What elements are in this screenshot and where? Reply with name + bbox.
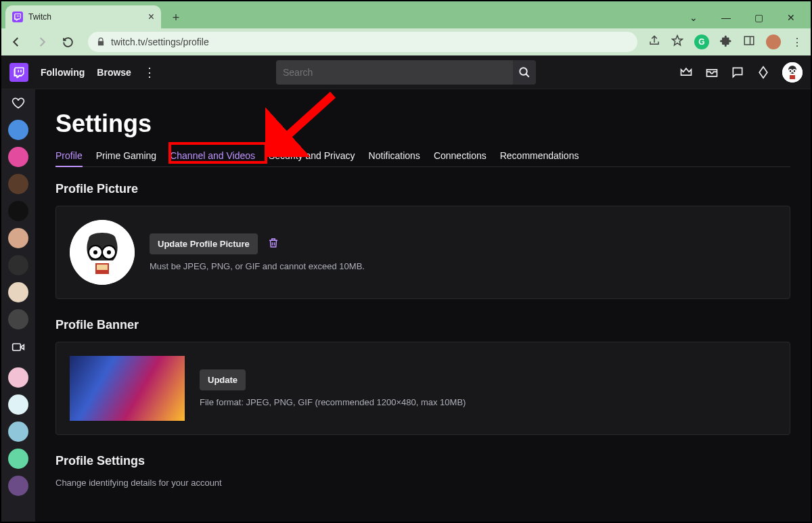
body-row: Settings Profile Prime Gaming Channel an… bbox=[1, 89, 811, 522]
new-tab-button[interactable]: + bbox=[166, 8, 185, 27]
app-root: Following Browse ⋮ bbox=[1, 55, 811, 522]
channel-avatar[interactable] bbox=[8, 282, 28, 302]
channel-avatar[interactable] bbox=[8, 476, 28, 496]
tab-prime-gaming[interactable]: Prime Gaming bbox=[96, 150, 156, 166]
minimize-icon[interactable]: — bbox=[717, 12, 735, 23]
svg-line-3 bbox=[526, 74, 529, 77]
tab-recommendations[interactable]: Recommendations bbox=[500, 150, 579, 166]
camera-icon[interactable] bbox=[12, 340, 25, 357]
svg-rect-18 bbox=[97, 265, 108, 270]
channel-avatar[interactable] bbox=[8, 174, 28, 194]
settings-tabs: Profile Prime Gaming Channel and Videos … bbox=[55, 150, 790, 167]
inbox-icon[interactable] bbox=[705, 66, 719, 79]
channel-avatar[interactable] bbox=[8, 367, 28, 388]
tab-connections[interactable]: Connections bbox=[434, 150, 487, 166]
page-title: Settings bbox=[55, 110, 790, 138]
update-profile-picture-button[interactable]: Update Profile Picture bbox=[150, 233, 258, 254]
nav-more-icon[interactable]: ⋮ bbox=[143, 65, 156, 80]
browser-address-bar: twitch.tv/settings/profile G ⋮ bbox=[1, 28, 811, 55]
main-content: Settings Profile Prime Gaming Channel an… bbox=[35, 89, 811, 522]
section-profile-settings-title: Profile Settings bbox=[55, 454, 790, 468]
chevron-down-icon[interactable]: ⌄ bbox=[685, 12, 702, 23]
grammarly-extension-icon[interactable]: G bbox=[694, 35, 709, 49]
tab-security-and-privacy[interactable]: Security and Privacy bbox=[269, 150, 355, 166]
tab-title: Twitch bbox=[28, 12, 51, 22]
browser-titlebar: Twitch × + ⌄ — ▢ ✕ bbox=[1, 1, 811, 28]
svg-point-8 bbox=[790, 70, 791, 71]
channel-avatar[interactable] bbox=[8, 147, 28, 167]
topnav-right bbox=[679, 62, 803, 83]
whispers-icon[interactable] bbox=[731, 66, 744, 79]
reload-button[interactable] bbox=[58, 32, 77, 51]
channel-avatar[interactable] bbox=[8, 449, 28, 469]
section-profile-settings-subtitle: Change identifying details for your acco… bbox=[55, 478, 790, 488]
svg-point-2 bbox=[520, 68, 527, 75]
search-input[interactable] bbox=[276, 60, 513, 85]
profile-avatar-chrome[interactable] bbox=[766, 35, 781, 49]
svg-rect-10 bbox=[790, 75, 795, 79]
delete-picture-icon[interactable] bbox=[267, 237, 279, 252]
update-banner-button[interactable]: Update bbox=[200, 369, 246, 390]
extensions-icon[interactable] bbox=[720, 35, 732, 49]
nav-following[interactable]: Following bbox=[41, 67, 85, 78]
svg-rect-11 bbox=[13, 344, 21, 350]
close-tab-icon[interactable]: × bbox=[148, 11, 154, 23]
svg-rect-0 bbox=[744, 37, 754, 45]
channel-avatar[interactable] bbox=[8, 394, 28, 415]
lock-icon bbox=[96, 37, 106, 47]
maximize-icon[interactable]: ▢ bbox=[750, 12, 767, 23]
url-text: twitch.tv/settings/profile bbox=[111, 37, 209, 47]
close-window-icon[interactable]: ✕ bbox=[782, 12, 800, 23]
window-controls: ⌄ — ▢ ✕ bbox=[685, 12, 811, 23]
chrome-menu-icon[interactable]: ⋮ bbox=[792, 36, 803, 49]
nav-browse[interactable]: Browse bbox=[97, 67, 131, 78]
channel-avatar[interactable] bbox=[8, 201, 28, 221]
back-button[interactable] bbox=[7, 32, 26, 51]
left-sidebar bbox=[1, 89, 35, 522]
profile-picture-hint: Must be JPEG, PNG, or GIF and cannot exc… bbox=[150, 261, 365, 271]
channel-avatar[interactable] bbox=[8, 422, 28, 442]
tab-notifications[interactable]: Notifications bbox=[369, 150, 420, 166]
twitch-logo[interactable] bbox=[9, 63, 28, 82]
tab-channel-and-videos[interactable]: Channel and Videos bbox=[170, 150, 255, 166]
browser-tab-active[interactable]: Twitch × bbox=[5, 5, 161, 28]
search-wrap bbox=[276, 60, 536, 85]
twitch-favicon bbox=[12, 12, 23, 22]
heart-icon[interactable] bbox=[12, 96, 25, 113]
search-button[interactable] bbox=[513, 60, 536, 85]
twitch-topnav: Following Browse ⋮ bbox=[1, 55, 811, 89]
profile-picture-card: Update Profile Picture Must be JPEG, PNG… bbox=[55, 206, 790, 299]
forward-button[interactable] bbox=[32, 32, 51, 51]
channel-avatar[interactable] bbox=[8, 228, 28, 248]
user-avatar[interactable] bbox=[782, 62, 803, 83]
channel-avatar[interactable] bbox=[8, 255, 28, 275]
side-panel-icon[interactable] bbox=[743, 35, 755, 49]
svg-point-15 bbox=[93, 250, 97, 254]
section-profile-banner-title: Profile Banner bbox=[55, 318, 790, 332]
section-profile-picture-title: Profile Picture bbox=[55, 182, 790, 196]
browser-toolbar-right: G ⋮ bbox=[648, 35, 805, 49]
url-box[interactable]: twitch.tv/settings/profile bbox=[88, 32, 637, 52]
profile-banner-card: Update File format: JPEG, PNG, GIF (reco… bbox=[55, 342, 790, 435]
share-icon[interactable] bbox=[648, 35, 660, 49]
banner-preview bbox=[70, 356, 185, 421]
crown-icon[interactable] bbox=[679, 66, 693, 79]
tab-profile[interactable]: Profile bbox=[55, 150, 83, 166]
profile-banner-hint: File format: JPEG, PNG, GIF (recommended… bbox=[200, 397, 466, 407]
profile-picture-preview bbox=[70, 220, 135, 285]
bookmark-star-icon[interactable] bbox=[671, 35, 683, 49]
browser-chrome: Twitch × + ⌄ — ▢ ✕ twitch.tv/settings/pr… bbox=[1, 1, 811, 55]
svg-point-9 bbox=[794, 70, 795, 71]
channel-avatar[interactable] bbox=[8, 309, 28, 329]
svg-point-16 bbox=[107, 250, 111, 254]
channel-avatar[interactable] bbox=[8, 120, 28, 140]
bits-icon[interactable] bbox=[757, 66, 770, 79]
